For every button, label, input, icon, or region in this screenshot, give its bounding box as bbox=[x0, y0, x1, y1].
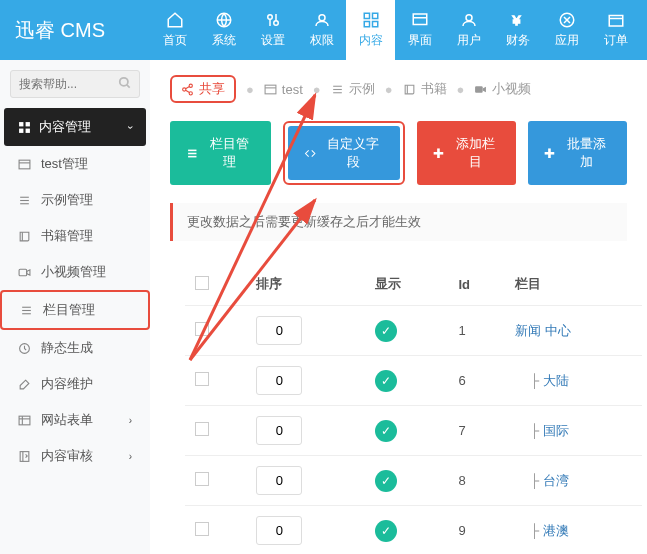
menu-icon bbox=[18, 230, 31, 243]
nav-icon bbox=[460, 11, 478, 29]
sidebar-section-content[interactable]: 内容管理 › bbox=[4, 108, 146, 146]
breadcrumb-video[interactable]: 小视频 bbox=[474, 80, 531, 98]
row-checkbox[interactable] bbox=[195, 472, 209, 486]
nav-设置[interactable]: 设置 bbox=[248, 0, 297, 60]
show-toggle[interactable]: ✓ bbox=[375, 420, 397, 442]
svg-point-3 bbox=[273, 21, 278, 26]
sidebar-item-review[interactable]: 内容审核 › bbox=[0, 438, 150, 474]
nav-权限[interactable]: 权限 bbox=[297, 0, 346, 60]
table-row: ✓9 ├港澳 bbox=[185, 506, 642, 555]
nav-用户[interactable]: 用户 bbox=[444, 0, 493, 60]
show-toggle[interactable]: ✓ bbox=[375, 470, 397, 492]
svg-point-6 bbox=[319, 15, 325, 21]
chevron-right-icon: › bbox=[129, 415, 132, 426]
svg-rect-7 bbox=[364, 13, 369, 18]
row-id: 8 bbox=[449, 456, 506, 506]
sort-input[interactable] bbox=[256, 366, 302, 395]
row-checkbox[interactable] bbox=[195, 522, 209, 536]
nav-应用[interactable]: 应用 bbox=[542, 0, 591, 60]
nav-icon bbox=[166, 11, 184, 29]
row-id: 9 bbox=[449, 506, 506, 555]
chevron-right-icon: › bbox=[129, 451, 132, 462]
svg-rect-25 bbox=[26, 128, 30, 132]
separator: ● bbox=[313, 82, 321, 97]
nav-内容[interactable]: 内容 bbox=[346, 0, 395, 60]
sort-input[interactable] bbox=[256, 416, 302, 445]
row-checkbox[interactable] bbox=[195, 372, 209, 386]
sort-input[interactable] bbox=[256, 316, 302, 345]
separator: ● bbox=[457, 82, 465, 97]
column-link[interactable]: 新闻 中心 bbox=[515, 323, 571, 338]
sidebar-section-content-label: 内容管理 bbox=[39, 118, 91, 136]
column-link[interactable]: 国际 bbox=[543, 423, 569, 438]
row-checkbox[interactable] bbox=[195, 322, 209, 336]
svg-rect-10 bbox=[372, 22, 377, 27]
row-id: 1 bbox=[449, 306, 506, 356]
sidebar-item-4[interactable]: 栏目管理 bbox=[0, 290, 150, 330]
sidebar-item-form-label: 网站表单 bbox=[41, 411, 93, 429]
nav-订单[interactable]: 订单 bbox=[591, 0, 640, 60]
svg-rect-23 bbox=[26, 122, 30, 126]
breadcrumb: 共享 ● test ● 示例 ● 书籍 ● 小视频 bbox=[170, 75, 627, 103]
show-toggle[interactable]: ✓ bbox=[375, 520, 397, 542]
svg-rect-18 bbox=[609, 16, 623, 27]
header-checkbox[interactable] bbox=[185, 263, 246, 306]
column-manage-button[interactable]: 栏目管理 bbox=[170, 121, 271, 185]
svg-line-21 bbox=[127, 85, 130, 88]
sort-input[interactable] bbox=[256, 466, 302, 495]
add-column-button[interactable]: ✚添加栏目 bbox=[417, 121, 516, 185]
table-row: ✓1新闻 中心 bbox=[185, 306, 642, 356]
app-logo: 迅睿 CMS bbox=[0, 0, 150, 60]
row-checkbox[interactable] bbox=[195, 422, 209, 436]
table-row: ✓8 ├台湾 bbox=[185, 456, 642, 506]
svg-point-2 bbox=[267, 15, 272, 20]
nav-界面[interactable]: 界面 bbox=[395, 0, 444, 60]
sidebar-item-0[interactable]: test管理 bbox=[0, 146, 150, 182]
nav-icon bbox=[264, 11, 282, 29]
search-icon[interactable] bbox=[118, 76, 132, 93]
svg-text:¥: ¥ bbox=[511, 13, 520, 28]
svg-point-13 bbox=[466, 15, 472, 21]
breadcrumb-example[interactable]: 示例 bbox=[331, 80, 375, 98]
plus-icon: ✚ bbox=[433, 146, 444, 161]
sidebar-item-2[interactable]: 书籍管理 bbox=[0, 218, 150, 254]
nav-icon bbox=[313, 11, 331, 29]
nav-首页[interactable]: 首页 bbox=[150, 0, 199, 60]
header-sort: 排序 bbox=[246, 263, 365, 306]
svg-rect-11 bbox=[413, 14, 427, 25]
table-row: ✓6 ├大陆 bbox=[185, 356, 642, 406]
nav-icon bbox=[558, 11, 576, 29]
column-link[interactable]: 港澳 bbox=[543, 523, 569, 538]
nav-系统[interactable]: 系统 bbox=[199, 0, 248, 60]
breadcrumb-book[interactable]: 书籍 bbox=[403, 80, 447, 98]
show-toggle[interactable]: ✓ bbox=[375, 320, 397, 342]
show-toggle[interactable]: ✓ bbox=[375, 370, 397, 392]
header-show: 显示 bbox=[365, 263, 448, 306]
menu-icon bbox=[18, 266, 31, 279]
sort-input[interactable] bbox=[256, 516, 302, 545]
nav-icon bbox=[411, 11, 429, 29]
column-link[interactable]: 台湾 bbox=[543, 473, 569, 488]
menu-icon bbox=[18, 378, 31, 391]
column-link[interactable]: 大陆 bbox=[543, 373, 569, 388]
nav-icon bbox=[607, 11, 625, 29]
breadcrumb-test[interactable]: test bbox=[264, 82, 303, 97]
svg-line-45 bbox=[186, 86, 190, 88]
separator: ● bbox=[246, 82, 254, 97]
sidebar-item-form[interactable]: 网站表单 › bbox=[0, 402, 150, 438]
sidebar-item-6[interactable]: 内容维护 bbox=[0, 366, 150, 402]
nav-财务[interactable]: ¥财务 bbox=[493, 0, 542, 60]
separator: ● bbox=[385, 82, 393, 97]
highlight-custom-field: 自定义字段 bbox=[283, 121, 405, 185]
batch-add-button[interactable]: ✚批量添加 bbox=[528, 121, 627, 185]
svg-rect-40 bbox=[20, 451, 29, 461]
sidebar-item-5[interactable]: 静态生成 bbox=[0, 330, 150, 366]
svg-rect-8 bbox=[372, 13, 377, 18]
svg-line-46 bbox=[186, 90, 190, 92]
custom-field-button[interactable]: 自定义字段 bbox=[288, 126, 400, 180]
nav-icon bbox=[362, 11, 380, 29]
breadcrumb-share[interactable]: 共享 bbox=[170, 75, 236, 103]
sidebar-item-1[interactable]: 示例管理 bbox=[0, 182, 150, 218]
sidebar-item-3[interactable]: 小视频管理 bbox=[0, 254, 150, 290]
svg-rect-37 bbox=[19, 416, 30, 425]
